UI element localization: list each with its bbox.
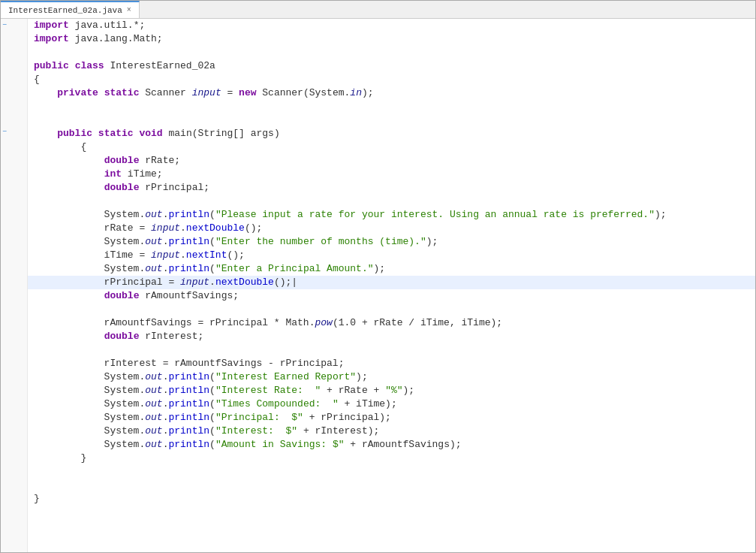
str-9: "Amount in Savings: $" xyxy=(215,438,345,452)
var-out-7: out xyxy=(145,411,162,425)
collapse-icon-9[interactable]: − xyxy=(2,128,7,136)
code-line-4: public class InterestEarned_02a xyxy=(28,59,755,73)
code-line-34 xyxy=(28,465,755,479)
var-in: in xyxy=(350,86,362,100)
keyword-private: private xyxy=(57,86,98,100)
var-out-9: out xyxy=(145,438,162,452)
fn-nextDouble-1: nextDouble xyxy=(186,222,245,235)
code-line-13: double rPrincipal; xyxy=(28,181,755,195)
var-out-5: out xyxy=(145,384,162,397)
code-line-39 xyxy=(28,533,755,546)
fn-println-9: println xyxy=(168,438,209,452)
code-line-29: System.out.println("Times Compounded: " … xyxy=(28,397,755,411)
gutter-line-29 xyxy=(1,392,27,406)
tab-filename: InterestEarned_02a.java xyxy=(8,6,122,15)
gutter-line-4 xyxy=(1,59,27,72)
code-line-36: } xyxy=(28,492,755,506)
gutter-line-10 xyxy=(1,139,27,153)
keyword-int: int xyxy=(104,168,122,181)
keyword-double-4: double xyxy=(104,330,140,343)
code-line-24: double rInterest; xyxy=(28,330,755,343)
code-line-25 xyxy=(28,343,755,357)
gutter-line-23 xyxy=(1,313,27,326)
keyword-void: void xyxy=(139,127,162,141)
gutter-line-18 xyxy=(1,246,27,259)
code-line-6: private static Scanner input = new Scann… xyxy=(28,86,755,100)
str-4: "Interest Earned Report" xyxy=(215,370,356,384)
keyword-static-1: static xyxy=(104,86,140,100)
code-line-40 xyxy=(28,546,755,552)
var-input-2: input xyxy=(151,222,180,235)
code-line-18: iTime = input.nextInt(); xyxy=(28,249,755,262)
code-line-11: double rRate; xyxy=(28,154,755,168)
gutter-line-32 xyxy=(1,432,27,446)
keyword-static-2: static xyxy=(98,127,134,141)
gutter-line-6 xyxy=(1,86,27,99)
var-out-1: out xyxy=(145,208,162,222)
gutter-line-19 xyxy=(1,259,27,273)
fn-nextDouble-2: nextDouble xyxy=(215,276,274,289)
code-line-30: System.out.println("Principal: $" + rPri… xyxy=(28,411,755,425)
var-input: input xyxy=(192,86,221,100)
gutter-line-2 xyxy=(1,32,27,46)
keyword-import-1: import xyxy=(34,19,69,32)
code-line-20: rPrincipal = input.nextDouble();| xyxy=(28,276,755,289)
fn-println-7: println xyxy=(168,411,209,425)
str-1: "Please input a rate for your interest. … xyxy=(215,208,655,222)
gutter-line-1: − xyxy=(1,19,27,32)
var-out-8: out xyxy=(145,425,162,438)
code-line-15: System.out.println("Please input a rate … xyxy=(28,208,755,222)
gutter-line-30 xyxy=(1,406,27,419)
fn-println-4: println xyxy=(168,370,209,384)
gutter-line-26 xyxy=(1,352,27,366)
code-line-32: System.out.println("Amount in Savings: $… xyxy=(28,438,755,452)
code-line-16: rRate = input.nextDouble(); xyxy=(28,222,755,235)
var-pow: pow xyxy=(315,316,332,330)
code-line-33: } xyxy=(28,452,755,465)
code-lines: import java.util.*; import java.lang.Mat… xyxy=(28,19,755,552)
code-line-14 xyxy=(28,195,755,208)
keyword-public-1: public xyxy=(34,59,69,73)
code-line-23: rAmountfSavings = rPrincipal * Math.pow(… xyxy=(28,316,755,330)
gutter-line-9: − xyxy=(1,125,27,139)
gutter-line-3 xyxy=(1,46,27,59)
gutter-line-16 xyxy=(1,219,27,232)
code-line-35 xyxy=(28,479,755,492)
code-line-10: { xyxy=(28,141,755,154)
gutter-line-21 xyxy=(1,286,27,299)
gutter-line-11 xyxy=(1,153,27,166)
tab-close-icon[interactable]: × xyxy=(127,6,131,14)
str-6: "Times Compounded: " xyxy=(215,397,339,411)
gutter-line-27 xyxy=(1,366,27,379)
str-7: "Principal: $" xyxy=(215,411,303,425)
gutter-line-5 xyxy=(1,72,27,86)
keyword-double-3: double xyxy=(104,289,140,303)
code-line-8 xyxy=(28,113,755,127)
str-2: "Enter the number of months (time)." xyxy=(215,235,426,249)
gutter-line-40 xyxy=(1,539,27,552)
var-out-2: out xyxy=(145,235,162,249)
fn-println-5: println xyxy=(168,384,209,397)
var-input-4: input xyxy=(180,276,209,289)
keyword-class: class xyxy=(75,59,104,73)
gutter-line-36 xyxy=(1,485,27,499)
editor-tab[interactable]: InterestEarned_02a.java × xyxy=(1,1,140,18)
str-5b: "%" xyxy=(385,384,402,397)
gutter-line-7 xyxy=(1,99,27,113)
fn-println-2: println xyxy=(168,235,209,249)
gutter-line-14 xyxy=(1,192,27,206)
keyword-new-1: new xyxy=(239,86,256,100)
str-8: "Interest: $" xyxy=(215,425,297,438)
editor-body: − − xyxy=(1,19,755,552)
code-line-2: import java.lang.Math; xyxy=(28,32,755,46)
code-area[interactable]: import java.util.*; import java.lang.Mat… xyxy=(28,19,755,552)
code-line-31: System.out.println("Interest: $" + rInte… xyxy=(28,425,755,438)
code-line-9: public static void main(String[] args) xyxy=(28,127,755,141)
var-out-3: out xyxy=(145,262,162,276)
collapse-icon-1[interactable]: − xyxy=(2,21,7,29)
gutter-line-17 xyxy=(1,232,27,246)
code-line-1: import java.util.*; xyxy=(28,19,755,32)
code-line-12: int iTime; xyxy=(28,168,755,181)
gutter-line-25 xyxy=(1,339,27,352)
code-line-21: double rAmountfSavings; xyxy=(28,289,755,303)
